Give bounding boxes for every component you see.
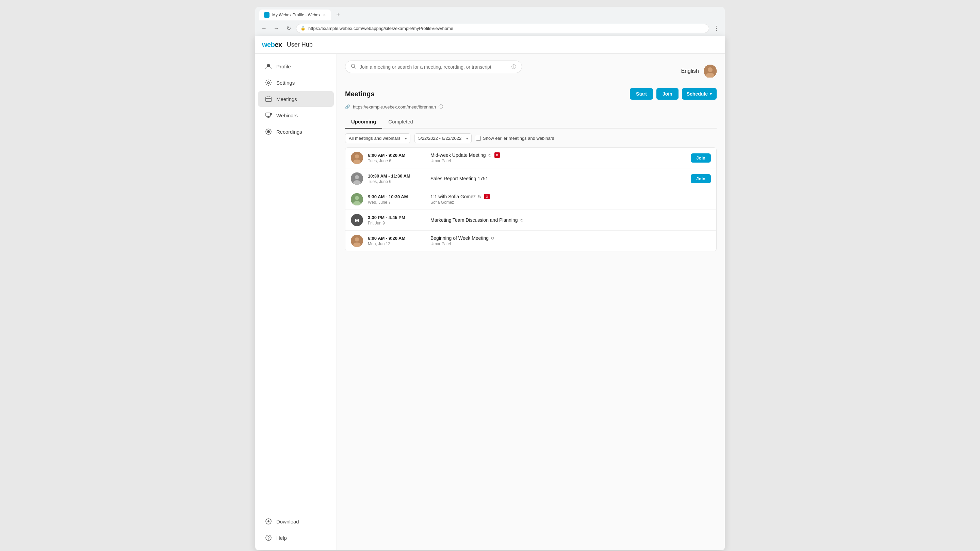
table-row: 6:00 AM - 9:20 AM Tues, June 6 Mid-week … bbox=[345, 148, 716, 168]
meeting-url-row: 🔗 https://example.webex.com/meet/ibrenna… bbox=[345, 104, 717, 110]
search-bar[interactable]: ⓘ bbox=[345, 60, 522, 73]
meeting-info: Beginning of Week Meeting ↻ Umar Patel bbox=[430, 235, 711, 246]
webex-logo: webex User Hub bbox=[262, 41, 313, 49]
table-row: 6:00 AM - 9:20 AM Mon, Jun 12 Beginning … bbox=[345, 230, 716, 251]
meeting-type-select[interactable]: All meetings and webinars bbox=[345, 133, 410, 143]
meeting-info: 1:1 with Sofia Gomez ↻ O Sofia Gomez bbox=[430, 194, 711, 205]
browser-tab-active[interactable]: My Webex Profile - Webex × bbox=[259, 10, 331, 21]
sidebar-label-download: Download bbox=[276, 519, 299, 524]
meeting-time: 9:30 AM - 10:30 AM bbox=[368, 194, 426, 199]
badge-icon: O bbox=[495, 152, 500, 158]
search-input[interactable] bbox=[360, 64, 508, 70]
date-range-filter[interactable]: 5/22/2022 - 6/22/2022 bbox=[414, 133, 472, 143]
sidebar-item-download[interactable]: Download bbox=[258, 514, 334, 529]
date-range-select[interactable]: 5/22/2022 - 6/22/2022 bbox=[414, 133, 472, 143]
svg-text:?: ? bbox=[267, 536, 269, 540]
meeting-time: 10:30 AM - 11:30 AM bbox=[368, 173, 426, 179]
join-meeting-button[interactable]: Join bbox=[691, 174, 711, 183]
sidebar-item-settings[interactable]: Settings bbox=[258, 75, 334, 91]
sync-icon: ↻ bbox=[488, 153, 492, 158]
url-input[interactable] bbox=[308, 26, 705, 31]
sidebar-label-meetings: Meetings bbox=[276, 96, 297, 102]
schedule-dropdown-icon: ▾ bbox=[710, 92, 712, 96]
address-bar[interactable]: 🔒 bbox=[296, 24, 709, 33]
filters-row: All meetings and webinars 5/22/2022 - 6/… bbox=[345, 133, 717, 143]
svg-point-19 bbox=[355, 175, 359, 179]
svg-point-25 bbox=[355, 237, 359, 241]
tab-completed[interactable]: Completed bbox=[382, 115, 419, 129]
avatar bbox=[351, 152, 363, 164]
avatar: M bbox=[351, 214, 363, 226]
table-row: 10:30 AM - 11:30 AM Tues, June 6 Sales R… bbox=[345, 168, 716, 189]
tab-upcoming[interactable]: Upcoming bbox=[345, 115, 382, 129]
new-tab-button[interactable]: + bbox=[334, 10, 343, 20]
meetings-header: Meetings Start Join Schedule ▾ bbox=[345, 88, 717, 100]
sidebar-label-recordings: Recordings bbox=[276, 129, 302, 135]
svg-point-11 bbox=[352, 64, 355, 68]
svg-point-16 bbox=[355, 154, 359, 159]
meeting-info: Marketing Team Discussion and Planning ↻ bbox=[430, 218, 711, 223]
join-meeting-button[interactable]: Join bbox=[691, 153, 711, 163]
tab-title: My Webex Profile - Webex bbox=[272, 13, 321, 17]
help-icon: ? bbox=[265, 534, 272, 541]
user-avatar[interactable] bbox=[704, 65, 717, 78]
meetings-tabs: Upcoming Completed bbox=[345, 115, 717, 129]
meeting-host: Umar Patel bbox=[430, 241, 711, 246]
sidebar-item-recordings[interactable]: Recordings bbox=[258, 124, 334, 140]
svg-point-13 bbox=[708, 67, 713, 72]
sidebar-item-help[interactable]: ? Help bbox=[258, 530, 334, 546]
webinar-icon bbox=[265, 111, 272, 119]
avatar bbox=[351, 235, 363, 247]
sync-icon: ↻ bbox=[478, 194, 482, 199]
search-info-icon[interactable]: ⓘ bbox=[511, 64, 516, 70]
calendar-icon bbox=[265, 95, 272, 103]
badge-icon: O bbox=[484, 194, 490, 199]
meeting-time-col: 6:00 AM - 9:20 AM Tues, June 6 bbox=[368, 153, 426, 163]
sync-icon: ↻ bbox=[491, 236, 495, 241]
earlier-meetings-checkbox-label[interactable]: Show earlier meetings and webinars bbox=[476, 136, 554, 141]
schedule-button[interactable]: Schedule ▾ bbox=[682, 88, 717, 100]
webex-logo-text: webex bbox=[262, 41, 282, 49]
meeting-title: Sales Report Meeting 1751 bbox=[430, 176, 686, 181]
search-icon bbox=[351, 64, 356, 70]
back-button[interactable]: ← bbox=[259, 24, 269, 33]
meeting-type-filter[interactable]: All meetings and webinars bbox=[345, 133, 410, 143]
sidebar-item-webinars[interactable]: Webinars bbox=[258, 108, 334, 123]
person-icon bbox=[265, 63, 272, 70]
browser-menu-button[interactable]: ⋮ bbox=[712, 23, 721, 33]
start-button[interactable]: Start bbox=[630, 88, 653, 100]
sidebar-label-settings: Settings bbox=[276, 80, 295, 86]
meeting-title: Beginning of Week Meeting ↻ bbox=[430, 235, 711, 241]
meeting-time: 3:30 PM - 4:45 PM bbox=[368, 215, 426, 220]
search-row: ⓘ English bbox=[345, 60, 717, 81]
url-info-icon[interactable]: ⓘ bbox=[439, 104, 443, 110]
link-icon: 🔗 bbox=[345, 105, 350, 109]
meeting-time-col: 10:30 AM - 11:30 AM Tues, June 6 bbox=[368, 173, 426, 184]
sidebar-label-help: Help bbox=[276, 535, 287, 541]
join-button[interactable]: Join bbox=[656, 88, 679, 100]
svg-point-2 bbox=[267, 82, 269, 84]
sync-icon: ↻ bbox=[520, 218, 524, 223]
meeting-time: 6:00 AM - 9:20 AM bbox=[368, 236, 426, 241]
reload-button[interactable]: ↻ bbox=[284, 24, 293, 33]
language-label[interactable]: English bbox=[681, 68, 699, 74]
svg-rect-4 bbox=[266, 113, 270, 116]
meetings-title: Meetings bbox=[345, 90, 375, 98]
sidebar: Profile Settings Meetings bbox=[255, 54, 337, 550]
svg-rect-3 bbox=[266, 97, 271, 102]
meeting-info: Mid-week Update Meeting ↻ O Umar Patel bbox=[430, 152, 686, 163]
table-row: 9:30 AM - 10:30 AM Wed, June 7 1:1 with … bbox=[345, 189, 716, 210]
sidebar-item-meetings[interactable]: Meetings bbox=[258, 91, 334, 107]
earlier-meetings-checkbox[interactable] bbox=[476, 136, 481, 141]
meetings-list: 6:00 AM - 9:20 AM Tues, June 6 Mid-week … bbox=[345, 147, 717, 251]
tab-close-button[interactable]: × bbox=[323, 13, 326, 17]
meeting-date: Wed, June 7 bbox=[368, 200, 426, 205]
table-row: M 3:30 PM - 4:45 PM Fri, Jun 9 Marketing… bbox=[345, 210, 716, 230]
forward-button[interactable]: → bbox=[272, 24, 281, 33]
meeting-time: 6:00 AM - 9:20 AM bbox=[368, 153, 426, 158]
sidebar-item-profile[interactable]: Profile bbox=[258, 59, 334, 74]
meeting-date: Mon, Jun 12 bbox=[368, 241, 426, 246]
lock-icon: 🔒 bbox=[301, 26, 305, 30]
svg-point-7 bbox=[267, 130, 270, 133]
download-icon bbox=[265, 518, 272, 525]
